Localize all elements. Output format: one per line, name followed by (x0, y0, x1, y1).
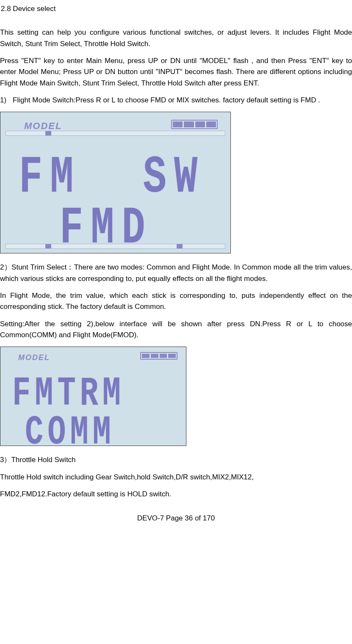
paragraph-flight-mode: In Flight Mode, the trim value, which ea… (0, 290, 352, 313)
lcd-screenshot-fmtrm: MODEL FMTRM COMM (0, 347, 186, 446)
paragraph-throttle-list: Throttle Hold switch including Gear Swit… (0, 472, 352, 483)
paragraph-stunt-trim: 2）Stunt Trim Select：There are two modes:… (0, 262, 352, 284)
paragraph-throttle-heading: 3）Throttle Hold Switch (0, 454, 352, 465)
list-item-1-text: Flight Mode Switch:Press R or L to choos… (13, 95, 352, 106)
lcd1-battery-icon (171, 120, 218, 129)
lcd1-bottom-bar (6, 244, 225, 249)
lcd2-battery-icon (140, 352, 177, 360)
paragraph-nav: Press "ENT" key to enter Main Menu, pres… (0, 55, 352, 89)
paragraph-throttle-default: FMD2,FMD12.Factory default setting is HO… (0, 489, 352, 500)
paragraph-intro: This setting can help you configure vari… (0, 27, 352, 50)
section-heading: 2.8 Device select (0, 3, 352, 14)
list-item-1: 1) Flight Mode Switch:Press R or L to ch… (0, 95, 352, 106)
lcd-screenshot-fm-sw: MODEL FM SW FMD (0, 112, 231, 253)
lcd2-row2: COMM (25, 401, 115, 446)
paragraph-setting: Setting:After the setting 2),below inter… (0, 319, 352, 341)
list-item-1-number: 1) (0, 95, 13, 106)
lcd1-top-bar (6, 131, 225, 136)
page-footer: DEVO-7 Page 36 of 170 (0, 513, 352, 524)
